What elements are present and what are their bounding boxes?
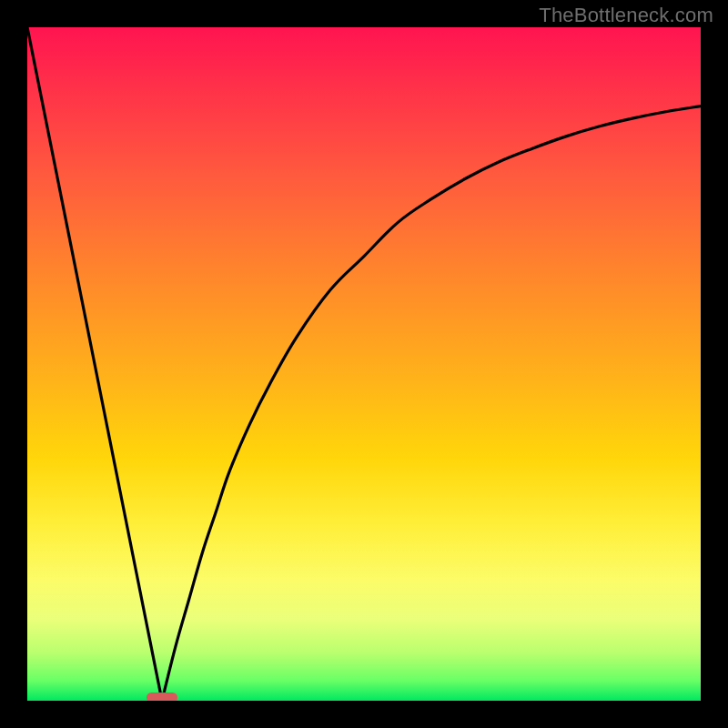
line-left-branch [27, 27, 162, 701]
line-right-branch [162, 106, 701, 701]
chart-frame: TheBottleneck.com [0, 0, 728, 728]
watermark-text: TheBottleneck.com [539, 4, 713, 27]
plot-area [27, 27, 701, 701]
curve-series [27, 27, 701, 701]
bottleneck-marker [147, 693, 177, 701]
